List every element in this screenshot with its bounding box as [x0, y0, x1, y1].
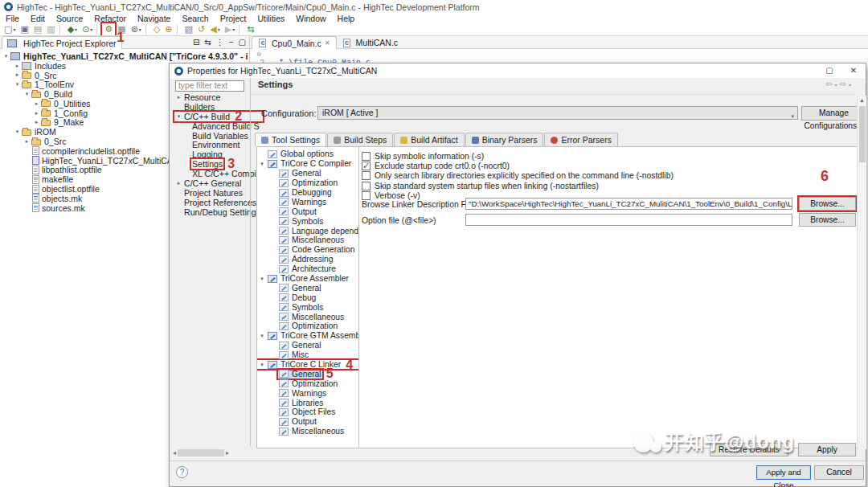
- browse-option-button[interactable]: Browse...: [799, 213, 856, 227]
- tool-tree-item[interactable]: Libraries: [257, 398, 358, 407]
- expand-arrow-icon[interactable]: ▾: [23, 91, 31, 97]
- scroll-left-icon[interactable]: ◂: [173, 449, 176, 456]
- toolbar-icon[interactable]: [145, 25, 149, 35]
- view-toolbar-icon[interactable]: ▢: [239, 38, 246, 47]
- tool-tree-item[interactable]: General 5: [257, 369, 358, 379]
- expand-arrow-icon[interactable]: ▾: [257, 333, 267, 339]
- forward-menu-icon[interactable]: ▾: [849, 82, 851, 88]
- toolbar-icon[interactable]: [239, 25, 243, 35]
- tool-tree-item[interactable]: Miscellaneous: [257, 427, 358, 436]
- tool-tree-item[interactable]: Warnings: [257, 197, 358, 207]
- expand-arrow-icon[interactable]: ▸: [23, 138, 31, 145]
- settings-tab[interactable]: Error Parsers: [544, 133, 617, 146]
- expand-arrow-icon[interactable]: ▸: [174, 94, 183, 100]
- view-toolbar-icon[interactable]: ⊟: [193, 38, 199, 47]
- toolbar-icon[interactable]: ◆ ▾: [65, 23, 80, 35]
- toolbar-icon[interactable]: ⊕: [162, 23, 174, 35]
- expand-arrow-icon[interactable]: ▸: [32, 119, 41, 125]
- close-icon[interactable]: ✕: [841, 63, 866, 78]
- checkbox[interactable]: [362, 152, 371, 161]
- tool-tree-item[interactable]: Language dependent: [257, 226, 358, 235]
- scrollbar-thumb[interactable]: [178, 449, 224, 456]
- expand-arrow-icon[interactable]: ▸: [13, 72, 22, 78]
- toolbar-icon[interactable]: ◇: [151, 23, 162, 35]
- settings-tab[interactable]: Build Artifact: [394, 133, 464, 146]
- expand-arrow-icon[interactable]: ▾: [13, 81, 22, 88]
- expand-arrow-icon[interactable]: ▾: [2, 53, 10, 59]
- tab-project-explorer[interactable]: HighTec Project Explorer: [2, 36, 122, 49]
- menu-item[interactable]: Help: [332, 14, 361, 24]
- browse-linker-button[interactable]: Browse...: [799, 197, 856, 211]
- toolbar-icon[interactable]: ⊙ ▾: [80, 23, 95, 35]
- tool-tree-item[interactable]: Miscellaneous: [257, 235, 358, 245]
- tool-tree-item[interactable]: Miscellaneous: [257, 312, 358, 321]
- tool-tree-item[interactable]: Optimization: [257, 379, 358, 388]
- view-toolbar-icon[interactable]: ⋮: [216, 38, 224, 47]
- forward-icon[interactable]: ⇨: [840, 80, 846, 88]
- toolbar-icon[interactable]: ◀ ▾: [207, 23, 222, 35]
- tool-tree-item[interactable]: General: [257, 341, 358, 350]
- linker-file-input[interactable]: "D:\WorkSpace\HighTec\HighTec_YuanLi_TC2…: [465, 198, 792, 210]
- configuration-select[interactable]: iROM [ Active ] ▾: [317, 106, 798, 120]
- tool-tree-item[interactable]: Debug: [257, 293, 358, 302]
- toolbar-icon[interactable]: ⊚ ▾: [129, 23, 144, 35]
- tree-item[interactable]: ▾ HighTec_YuanLi_TC27xC_MultiCAN ["TriCo…: [2, 51, 248, 61]
- toolbar-icon[interactable]: ↺: [195, 23, 207, 35]
- scroll-right-icon[interactable]: ▸: [226, 449, 229, 456]
- expand-arrow-icon[interactable]: ▾: [174, 113, 183, 120]
- tool-tree-item[interactable]: ▾ TriCore GTM Assembler: [257, 331, 358, 341]
- tool-tree-item[interactable]: Output: [257, 417, 358, 427]
- cancel-button[interactable]: Cancel: [814, 465, 864, 480]
- tool-tree-item[interactable]: Addressing: [257, 255, 358, 264]
- back-menu-icon[interactable]: ▾: [835, 82, 837, 88]
- expand-arrow-icon[interactable]: ▸: [174, 180, 183, 186]
- tool-tree-item[interactable]: Debugging: [257, 188, 358, 198]
- view-toolbar-icon[interactable]: ⇆: [204, 38, 211, 47]
- menu-item[interactable]: Window: [290, 14, 331, 24]
- settings-tab[interactable]: Tool Settings: [255, 133, 326, 146]
- checkbox[interactable]: [362, 162, 371, 170]
- tool-tree-item[interactable]: ▾ TriCore Assembler: [257, 274, 358, 284]
- tool-tree-item[interactable]: General: [257, 283, 358, 293]
- expand-arrow-icon[interactable]: ▾: [257, 276, 267, 282]
- toolbar-icon[interactable]: ⇆: [244, 23, 256, 35]
- tool-tree-item[interactable]: Symbols: [257, 216, 358, 226]
- code-editor[interactable]: 1 ⊖ /** 2 ⊖ * \file Cpu0_Main.c: [250, 50, 868, 63]
- editor-tab[interactable]: Cpu0_Main.c ✕: [252, 36, 337, 49]
- tool-tree-item[interactable]: Optimization: [257, 178, 358, 188]
- toolbar-icon[interactable]: ⚙ 1: [102, 23, 115, 35]
- option-file-input[interactable]: [465, 214, 792, 226]
- settings-tab[interactable]: Binary Parsers: [465, 133, 544, 146]
- toolbar-icon[interactable]: ▥: [44, 23, 57, 35]
- tool-tree-item[interactable]: ▾ TriCore C Compiler: [257, 159, 358, 169]
- tool-tree-item[interactable]: Warnings: [257, 388, 358, 398]
- expand-arrow-icon[interactable]: ▾: [13, 129, 22, 135]
- help-button[interactable]: ?: [176, 466, 188, 478]
- horizontal-scrollbar[interactable]: ◂ ▸: [173, 448, 247, 457]
- close-tab-icon[interactable]: ✕: [325, 39, 330, 47]
- tool-tree-item[interactable]: Code Generation: [257, 245, 358, 255]
- view-toolbar-icon[interactable]: −: [229, 38, 234, 47]
- menu-item[interactable]: Utilities: [252, 14, 290, 24]
- tool-tree-item[interactable]: Output: [257, 207, 358, 216]
- maximize-icon[interactable]: ▢: [817, 63, 841, 78]
- toolbar-icon[interactable]: [96, 25, 100, 35]
- toolbar-icon[interactable]: ▶ ▾: [223, 23, 237, 35]
- settings-tab[interactable]: Build Steps: [327, 133, 393, 146]
- toolbar-icon[interactable]: ▤: [31, 23, 44, 35]
- fold-icon[interactable]: ⊖: [256, 51, 260, 59]
- toolbar-icon[interactable]: ▧: [182, 23, 195, 35]
- editor-tab[interactable]: MultiCAN.c ✕: [337, 36, 404, 49]
- vertical-scrollbar[interactable]: ▲: [857, 96, 866, 449]
- expand-arrow-icon[interactable]: ▾: [257, 362, 267, 368]
- scroll-up-icon[interactable]: ▲: [858, 96, 866, 105]
- back-icon[interactable]: ⇦: [825, 80, 832, 88]
- toolbar-icon[interactable]: ▣: [18, 23, 31, 35]
- apply-button[interactable]: Apply: [798, 443, 856, 456]
- expand-arrow-icon[interactable]: ▾: [257, 161, 267, 167]
- checkbox[interactable]: [362, 171, 371, 180]
- tool-tree-item[interactable]: Misc: [257, 350, 358, 360]
- tool-tree-item[interactable]: General: [257, 169, 358, 178]
- apply-and-close-button[interactable]: Apply and Close: [756, 465, 811, 480]
- toolbar-icon[interactable]: [177, 25, 181, 35]
